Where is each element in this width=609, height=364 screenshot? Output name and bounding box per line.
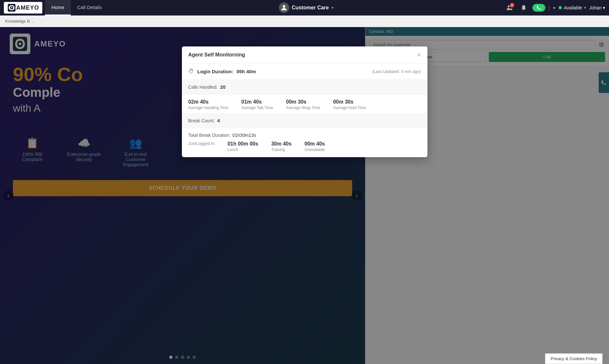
user-chevron-icon: ▾ (603, 5, 605, 10)
nav-right-controls: 9 | ▾ Available ▾ Johan ▾ (504, 2, 605, 13)
stats-grid: 02m 40s Average Handling Time 01m 40s Av… (182, 95, 427, 113)
svg-point-5 (523, 9, 524, 10)
stat-hold-time: 00m 30s Average Hold Time (333, 99, 366, 110)
nav-tab-home[interactable]: Home (45, 0, 71, 15)
modal-title: Agent Self Monitorning (188, 52, 245, 58)
stat-wrap-time: 00m 30s Average Wrap Time (286, 99, 320, 110)
bell-icon[interactable] (518, 2, 529, 13)
active-call-button[interactable] (532, 4, 545, 12)
total-break-duration-row: Total Break Duration: 01h30m13s (182, 128, 427, 138)
break-count-section: Break Count: 4 (182, 113, 427, 128)
notification-badge: 9 (510, 3, 514, 7)
breadcrumb: Knowledge B ... (0, 15, 609, 27)
logo-area: AMEYO (4, 2, 42, 14)
agent-monitoring-modal: Agent Self Monitorning × ⏱ Login Duratio… (182, 46, 427, 157)
users-icon[interactable]: 9 (504, 2, 515, 13)
status-indicator[interactable]: Available ▾ (559, 5, 586, 10)
stat-talk-time: 01m 40s Average Talk Time (241, 99, 273, 110)
svg-point-2 (283, 5, 285, 8)
stat-unavailable: 00m 40s Unavailable (305, 141, 325, 152)
customer-care-chevron-icon[interactable]: ▾ (331, 5, 333, 10)
svg-point-1 (11, 7, 12, 8)
modal-header: Agent Self Monitorning × (182, 46, 427, 64)
stat-just-logged-in: JustLogged.In (188, 141, 215, 152)
main-content: AMEYO 90% Co Comple with A 📋 100% RBI Co… (0, 27, 609, 364)
clock-icon: ⏱ (188, 68, 194, 75)
top-navigation: AMEYO Home Call Details Customer Care ▾ … (0, 0, 609, 15)
modal-overlay: Agent Self Monitorning × ⏱ Login Duratio… (0, 27, 609, 364)
avatar (279, 3, 289, 13)
status-dot-icon (559, 6, 562, 9)
break-stats-grid: JustLogged.In 01h 00m 00s Lunch 30m 40s … (182, 138, 427, 157)
user-menu[interactable]: Johan ▾ (589, 5, 605, 10)
stat-lunch: 01h 00m 00s Lunch (227, 141, 258, 152)
modal-close-button[interactable]: × (417, 52, 421, 58)
customer-care-label: Customer Care (292, 5, 329, 11)
calls-handled-section: Calls Handled: 20 (182, 80, 427, 95)
nav-dropdown-arrow[interactable]: ▾ (553, 5, 555, 10)
nav-tab-call-details[interactable]: Call Details (71, 0, 108, 15)
last-updated-text: (Last Updated: 5 min ago) (372, 69, 421, 74)
stat-handling-time: 02m 40s Average Handling Time (188, 99, 229, 110)
just-logged-in-label: JustLogged.In (188, 141, 215, 146)
status-chevron-icon: ▾ (584, 5, 586, 10)
ameyo-logo-icon (7, 3, 16, 12)
modal-body: ⏱ Login Duration: 05h 40m (Last Updated:… (182, 64, 427, 157)
logo-text: AMEYO (16, 5, 39, 11)
stat-training: 30m 40s Training (271, 141, 291, 152)
nav-center: Customer Care ▾ (108, 3, 504, 13)
privacy-policy-bar[interactable]: Privacy & Cookies Policy (545, 353, 603, 364)
login-duration-section: ⏱ Login Duration: 05h 40m (Last Updated:… (182, 64, 427, 80)
svg-point-3 (508, 5, 509, 7)
